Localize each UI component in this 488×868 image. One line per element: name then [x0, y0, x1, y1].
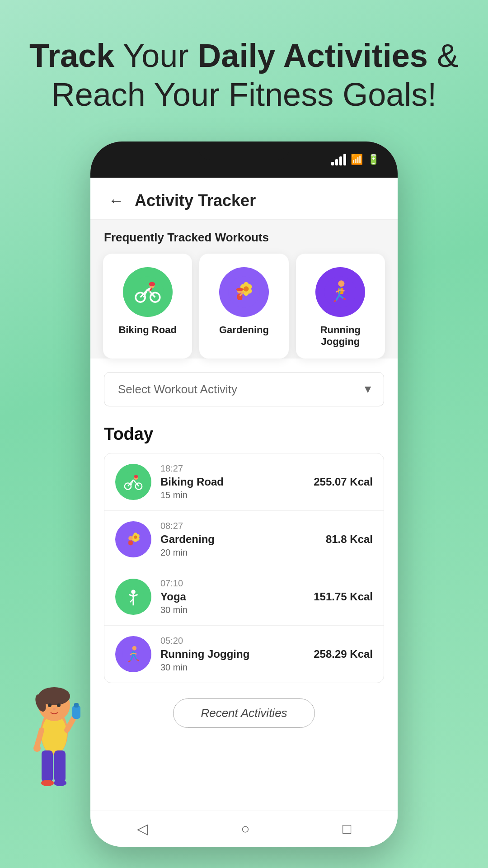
- activity-item-running[interactable]: 05:20 Running Jogging 30 min 258.29 Kcal: [104, 626, 384, 683]
- svg-point-25: [338, 280, 345, 287]
- activity-running-time: 05:20: [160, 636, 305, 646]
- nav-home-icon[interactable]: ○: [241, 821, 249, 837]
- svg-rect-82: [74, 703, 79, 708]
- activity-gardening-name: Gardening: [160, 533, 317, 546]
- svg-point-50: [128, 536, 133, 541]
- workout-activity-select[interactable]: Select Workout Activity Biking Road Gard…: [104, 372, 384, 406]
- phone-nav-bar: ◁ ○ □: [90, 811, 398, 847]
- workout-card-running[interactable]: Running Jogging: [296, 254, 385, 359]
- svg-point-73: [54, 780, 66, 786]
- svg-point-34: [122, 471, 144, 493]
- hero-section: Track Your Daily Activities & Reach Your…: [0, 0, 488, 132]
- activity-gardening-duration: 20 min: [160, 547, 317, 558]
- activity-yoga-duration: 30 min: [160, 605, 305, 615]
- svg-point-19: [244, 286, 249, 292]
- svg-point-60: [132, 646, 137, 651]
- workout-card-gardening[interactable]: Gardening: [199, 254, 288, 359]
- battery-icon: 🔋: [367, 154, 380, 165]
- svg-point-53: [131, 590, 136, 594]
- activity-gardening-icon: [115, 521, 151, 557]
- svg-point-77: [48, 703, 52, 707]
- activity-biking-name: Biking Road: [160, 476, 305, 488]
- running-icon: [315, 267, 365, 317]
- svg-point-10: [149, 282, 155, 286]
- svg-line-83: [37, 730, 42, 746]
- biking-road-label: Biking Road: [118, 324, 176, 336]
- svg-rect-51: [128, 540, 133, 545]
- activity-biking-calories: 255.07 Kcal: [314, 476, 373, 488]
- activity-gardening-time: 08:27: [160, 521, 317, 531]
- biking-icon: [123, 267, 173, 317]
- recent-btn-wrapper: Recent Activities: [90, 688, 398, 741]
- svg-line-27: [339, 288, 340, 295]
- nav-back-icon[interactable]: ◁: [137, 820, 148, 837]
- hero-bold-daily: Daily Activities: [197, 38, 428, 74]
- activity-running-info: 05:20 Running Jogging 30 min: [160, 636, 305, 673]
- activity-yoga-name: Yoga: [160, 590, 305, 603]
- svg-rect-85: [45, 721, 63, 725]
- character-illustration: [9, 651, 99, 796]
- hero-ampersand: &: [437, 38, 459, 74]
- activity-yoga-icon: [115, 579, 151, 615]
- activity-running-icon: [115, 636, 151, 672]
- gardening-icon: [219, 267, 269, 317]
- svg-rect-70: [42, 750, 53, 782]
- hero-bold-track: Track: [29, 38, 114, 74]
- activity-running-name: Running Jogging: [160, 648, 305, 660]
- app-header: ← Activity Tracker: [90, 178, 398, 220]
- back-button[interactable]: ←: [108, 192, 124, 209]
- activity-biking-time: 18:27: [160, 463, 305, 474]
- svg-point-0: [132, 276, 164, 308]
- signal-icon: [331, 154, 346, 165]
- activity-running-duration: 30 min: [160, 662, 305, 673]
- activity-biking-duration: 15 min: [160, 490, 305, 500]
- status-bar: 📶 🔋: [90, 142, 398, 178]
- hero-line2: Reach Your Fitness Goals!: [52, 76, 436, 113]
- activity-item-yoga[interactable]: 07:10 Yoga 30 min 151.75 Kcal: [104, 568, 384, 626]
- app-title: Activity Tracker: [135, 191, 256, 210]
- wifi-icon: 📶: [351, 154, 363, 165]
- activity-biking-icon: [115, 464, 151, 500]
- dropdown-wrapper[interactable]: Select Workout Activity Biking Road Gard…: [104, 372, 384, 406]
- hero-regular-your: Your: [123, 38, 197, 74]
- activities-list: 18:27 Biking Road 15 min 255.07 Kcal: [104, 453, 384, 683]
- nav-square-icon[interactable]: □: [343, 821, 351, 837]
- gardening-label: Gardening: [219, 324, 269, 336]
- notch: [199, 142, 289, 160]
- activity-running-calories: 258.29 Kcal: [314, 648, 373, 660]
- activity-gardening-calories: 81.8 Kcal: [326, 533, 373, 546]
- phone-mockup: 📶 🔋 ← Activity Tracker Frequently Tracke…: [90, 142, 398, 847]
- activity-yoga-time: 07:10: [160, 578, 305, 589]
- running-jogging-label: Running Jogging: [305, 324, 376, 348]
- svg-point-78: [57, 703, 61, 707]
- frequently-section: Frequently Tracked Workouts: [90, 220, 398, 359]
- frequently-label: Frequently Tracked Workouts: [104, 231, 384, 245]
- workout-cards: Biking Road: [99, 254, 389, 359]
- svg-point-72: [41, 780, 54, 786]
- activity-biking-info: 18:27 Biking Road 15 min: [160, 463, 305, 500]
- svg-point-49: [134, 535, 137, 538]
- activity-yoga-calories: 151.75 Kcal: [314, 590, 373, 603]
- svg-point-79: [53, 708, 56, 710]
- activity-item-biking[interactable]: 18:27 Biking Road 15 min 255.07 Kcal: [104, 453, 384, 511]
- svg-point-41: [134, 475, 138, 478]
- status-icons: 📶 🔋: [331, 154, 380, 165]
- today-section: Today: [90, 411, 398, 688]
- activity-yoga-info: 07:10 Yoga 30 min: [160, 578, 305, 615]
- phone-content: ← Activity Tracker Frequently Tracked Wo…: [90, 178, 398, 811]
- activity-gardening-info: 08:27 Gardening 20 min: [160, 521, 317, 558]
- workout-card-biking[interactable]: Biking Road: [103, 254, 192, 359]
- activity-item-gardening[interactable]: 08:27 Gardening 20 min 81.8 Kcal: [104, 511, 384, 568]
- dropdown-section: Select Workout Activity Biking Road Gard…: [90, 359, 398, 411]
- svg-point-22: [236, 288, 243, 291]
- today-header: Today: [104, 425, 384, 444]
- recent-activities-button[interactable]: Recent Activities: [173, 698, 314, 728]
- svg-point-84: [33, 745, 41, 752]
- svg-rect-71: [54, 750, 66, 782]
